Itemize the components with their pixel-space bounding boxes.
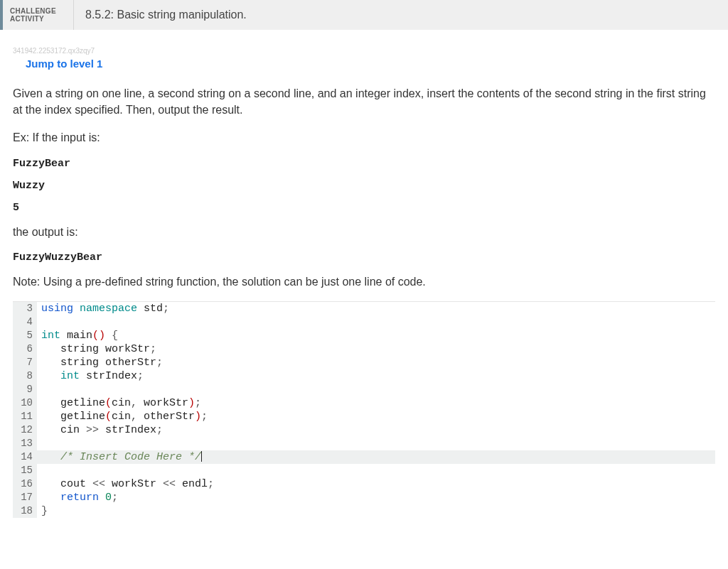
activity-id: 341942.2253172.qx3zqy7: [13, 47, 715, 55]
code-line[interactable]: 4: [13, 315, 715, 329]
line-number: 7: [13, 356, 37, 369]
line-number: 5: [13, 329, 37, 342]
code-text[interactable]: }: [37, 504, 715, 518]
line-number: 12: [13, 423, 37, 437]
example-input: 5: [13, 202, 715, 214]
code-line[interactable]: 5int main() {: [13, 329, 715, 342]
code-text[interactable]: cout << workStr << endl;: [37, 477, 715, 491]
code-text[interactable]: [37, 315, 715, 329]
line-number: 3: [13, 302, 37, 315]
code-line[interactable]: 8 int strIndex;: [13, 369, 715, 383]
code-line[interactable]: 7 string otherStr;: [13, 356, 715, 369]
code-text[interactable]: [37, 437, 715, 450]
code-text[interactable]: /* Insert Code Here */: [37, 450, 715, 464]
line-number: 18: [13, 504, 37, 518]
line-number: 16: [13, 477, 37, 491]
example-input: Wuzzy: [13, 180, 715, 192]
code-line[interactable]: 15: [13, 464, 715, 477]
code-line[interactable]: 13: [13, 437, 715, 450]
paragraph: the output is:: [13, 224, 715, 240]
example-input: FuzzyBear: [13, 158, 715, 170]
code-line[interactable]: 17 return 0;: [13, 491, 715, 504]
code-text[interactable]: return 0;: [37, 491, 715, 504]
code-line[interactable]: 3using namespace std;: [13, 302, 715, 315]
code-line[interactable]: 6 string workStr;: [13, 342, 715, 356]
paragraph: Ex: If the input is:: [13, 129, 715, 146]
line-number: 13: [13, 437, 37, 450]
line-number: 4: [13, 315, 37, 329]
code-line[interactable]: 14 /* Insert Code Here */: [13, 450, 715, 464]
code-editor[interactable]: 3using namespace std;45int main() {6 str…: [13, 301, 715, 518]
line-number: 6: [13, 342, 37, 356]
paragraph: Given a string on one line, a second str…: [13, 85, 715, 118]
code-text[interactable]: [37, 464, 715, 477]
line-number: 10: [13, 396, 37, 410]
line-number: 8: [13, 369, 37, 383]
code-text[interactable]: cin >> strIndex;: [37, 423, 715, 437]
text-caret: [201, 451, 202, 462]
code-line[interactable]: 18}: [13, 504, 715, 518]
example-output: FuzzyWuzzyBear: [13, 251, 715, 264]
code-text[interactable]: int main() {: [37, 329, 715, 342]
code-line[interactable]: 10 getline(cin, workStr);: [13, 396, 715, 410]
code-line[interactable]: 9: [13, 383, 715, 396]
code-text[interactable]: getline(cin, otherStr);: [37, 410, 715, 423]
code-text[interactable]: string otherStr;: [37, 356, 715, 369]
jump-to-level-link[interactable]: Jump to level 1: [26, 58, 102, 70]
activity-label: CHALLENGE ACTIVITY: [3, 0, 74, 30]
code-text[interactable]: string workStr;: [37, 342, 715, 356]
code-line[interactable]: 16 cout << workStr << endl;: [13, 477, 715, 491]
code-line[interactable]: 12 cin >> strIndex;: [13, 423, 715, 437]
activity-title: 8.5.2: Basic string manipulation.: [74, 0, 247, 30]
line-number: 14: [13, 450, 37, 464]
code-text[interactable]: getline(cin, workStr);: [37, 396, 715, 410]
code-text[interactable]: using namespace std;: [37, 302, 715, 315]
line-number: 9: [13, 383, 37, 396]
paragraph: Note: Using a pre-defined string functio…: [13, 273, 715, 290]
line-number: 15: [13, 464, 37, 477]
activity-content: 341942.2253172.qx3zqy7 Jump to level 1 G…: [0, 30, 728, 518]
activity-header: CHALLENGE ACTIVITY 8.5.2: Basic string m…: [0, 0, 728, 30]
line-number: 11: [13, 410, 37, 423]
line-number: 17: [13, 491, 37, 504]
code-text[interactable]: [37, 383, 715, 396]
code-text[interactable]: int strIndex;: [37, 369, 715, 383]
problem-statement: Given a string on one line, a second str…: [13, 85, 715, 290]
code-line[interactable]: 11 getline(cin, otherStr);: [13, 410, 715, 423]
